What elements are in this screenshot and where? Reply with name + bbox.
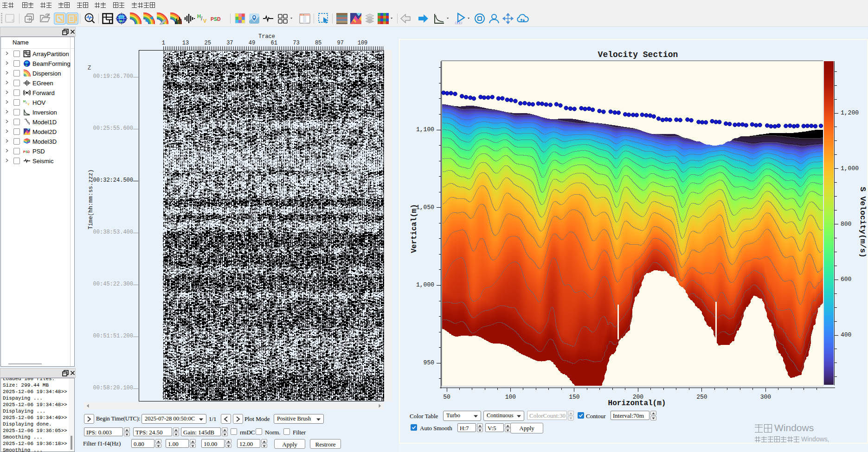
svg-text:H: H — [197, 13, 201, 19]
svg-text:V: V — [203, 18, 207, 24]
svg-text:PSD: PSD — [23, 150, 30, 153]
svg-text:/: / — [201, 15, 203, 22]
svg-text:PSD: PSD — [211, 16, 221, 22]
svg-text:H: H — [23, 100, 26, 103]
svg-text:□□□: □□□ — [455, 21, 462, 25]
svg-text:V: V — [27, 102, 30, 106]
